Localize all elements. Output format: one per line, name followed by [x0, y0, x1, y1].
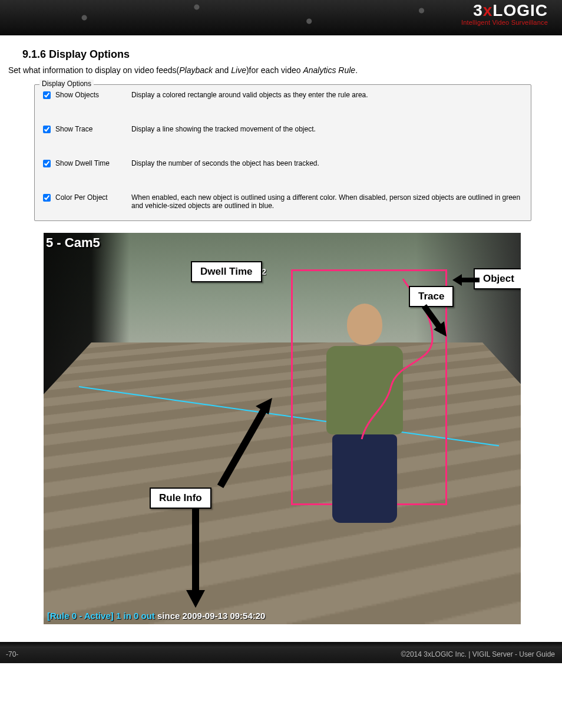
checkbox-show-dwell-time[interactable]: Show Dwell Time: [43, 159, 131, 167]
arrow-trace-icon: [418, 302, 454, 344]
dwell-value: 2: [262, 267, 266, 276]
option-row-show-dwell-time: Show Dwell Time Display the number of se…: [43, 159, 523, 167]
brand-logo-text: 3xLOGIC: [461, 1, 548, 20]
footer-page-number: -70-: [6, 650, 18, 658]
page: 3xLOGIC Intelligent Video Surveillance 9…: [0, 0, 562, 663]
groupbox-legend: Display Options: [39, 80, 94, 88]
checkbox-input[interactable]: [43, 194, 51, 202]
checkbox-show-objects[interactable]: Show Objects: [43, 91, 131, 99]
rule-status-text: [Rule 0 - Active] 1 in 0 out since 2009-…: [47, 611, 265, 621]
rule-status-prefix: [Rule 0 - Active] 1 in 0 out: [47, 611, 157, 621]
footer-credits: ©2014 3xLOGIC Inc. | VIGIL Server - User…: [401, 650, 555, 658]
intro-text: .: [355, 65, 358, 75]
checkbox-input[interactable]: [43, 91, 51, 99]
checkbox-input[interactable]: [43, 160, 51, 167]
rule-status-since: since 2009-09-13 09:54:20: [157, 611, 265, 621]
annotation-rule-info: Rule Info: [150, 487, 211, 509]
checkbox-label: Color Per Object: [55, 193, 108, 202]
intro-playback: Playback: [179, 65, 213, 75]
intro-live: Live: [231, 65, 246, 75]
option-desc: Display a line showing the tracked movem…: [131, 125, 523, 133]
footer-bar: -70- ©2014 3xLOGIC Inc. | VIGIL Server -…: [0, 642, 562, 663]
intro-paragraph: Set what information to display on video…: [8, 65, 554, 75]
section-title: 9.1.6 Display Options: [22, 48, 554, 61]
brand-block: 3xLOGIC Intelligent Video Surveillance: [461, 1, 548, 26]
option-desc: Display the number of seconds the object…: [131, 159, 523, 167]
intro-text: and: [213, 65, 231, 75]
checkbox-color-per-object[interactable]: Color Per Object: [43, 193, 131, 202]
arrow-rule-info-down-icon: [178, 508, 213, 614]
camera-title: 5 - Cam5: [46, 235, 100, 251]
header-bar: 3xLOGIC Intelligent Video Surveillance: [0, 0, 562, 35]
intro-text: )for each video: [246, 65, 303, 75]
checkbox-label: Show Objects: [55, 91, 99, 99]
footer-row: -70- ©2014 3xLOGIC Inc. | VIGIL Server -…: [0, 648, 562, 663]
content-area: 9.1.6 Display Options Set what informati…: [0, 35, 562, 642]
arrow-rule-info-top-icon: [203, 398, 273, 498]
annotation-dwell-time: Dwell Time: [191, 261, 262, 282]
checkbox-input[interactable]: [43, 126, 51, 133]
option-desc: Display a colored rectangle around valid…: [131, 91, 523, 99]
brand-tagline: Intelligent Video Surveillance: [461, 19, 548, 26]
checkbox-label: Show Dwell Time: [55, 159, 110, 167]
footer-shadow: [0, 642, 562, 648]
arrow-object-icon: [450, 274, 485, 309]
option-desc: When enabled, each new object is outline…: [131, 193, 523, 210]
intro-text: Set what information to display on video…: [8, 65, 179, 75]
option-row-color-per-object: Color Per Object When enabled, each new …: [43, 193, 523, 210]
camera-annotated-screenshot: 2 5 - Cam5 Dwell Time Object Trace Rule …: [44, 233, 521, 624]
option-row-show-objects: Show Objects Display a colored rectangle…: [43, 91, 523, 99]
display-options-groupbox: Display Options Show Objects Display a c…: [34, 84, 531, 221]
checkbox-show-trace[interactable]: Show Trace: [43, 125, 131, 133]
intro-analytics-rule: Analytics Rule: [303, 65, 355, 75]
checkbox-label: Show Trace: [55, 125, 92, 133]
option-row-show-trace: Show Trace Display a line showing the tr…: [43, 125, 523, 133]
